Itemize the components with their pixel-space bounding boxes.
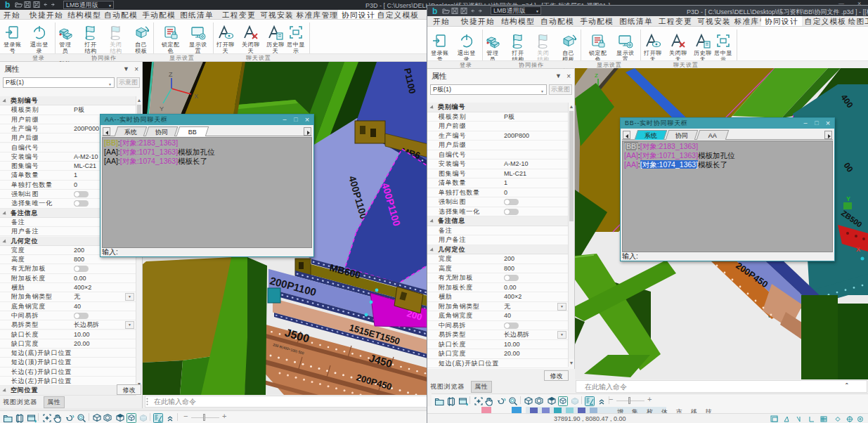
svg-text:Y: Y	[846, 195, 850, 202]
svg-text:X: X	[194, 93, 198, 100]
svg-text:X: X	[856, 246, 860, 253]
svg-text:Y: Y	[160, 105, 164, 112]
svg-text:Z: Z	[169, 71, 173, 78]
svg-text:Z: Z	[595, 72, 598, 79]
